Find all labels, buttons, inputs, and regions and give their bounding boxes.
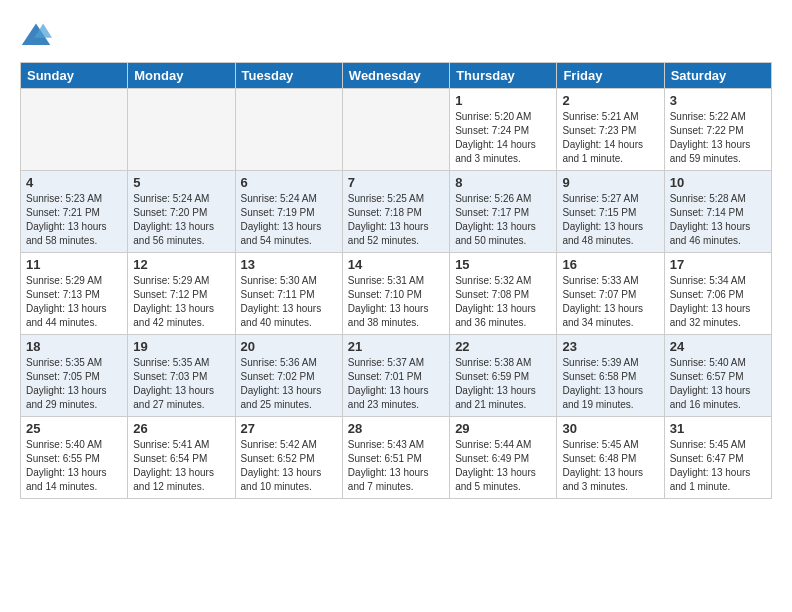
calendar-day-cell: 8Sunrise: 5:26 AM Sunset: 7:17 PM Daylig…	[450, 171, 557, 253]
calendar-day-cell: 15Sunrise: 5:32 AM Sunset: 7:08 PM Dayli…	[450, 253, 557, 335]
calendar-week-row: 4Sunrise: 5:23 AM Sunset: 7:21 PM Daylig…	[21, 171, 772, 253]
day-info: Sunrise: 5:22 AM Sunset: 7:22 PM Dayligh…	[670, 110, 766, 166]
day-info: Sunrise: 5:21 AM Sunset: 7:23 PM Dayligh…	[562, 110, 658, 166]
calendar-day-cell: 17Sunrise: 5:34 AM Sunset: 7:06 PM Dayli…	[664, 253, 771, 335]
day-info: Sunrise: 5:42 AM Sunset: 6:52 PM Dayligh…	[241, 438, 337, 494]
day-number: 14	[348, 257, 444, 272]
weekday-header: Saturday	[664, 63, 771, 89]
calendar-day-cell: 29Sunrise: 5:44 AM Sunset: 6:49 PM Dayli…	[450, 417, 557, 499]
day-info: Sunrise: 5:40 AM Sunset: 6:57 PM Dayligh…	[670, 356, 766, 412]
day-number: 18	[26, 339, 122, 354]
day-number: 22	[455, 339, 551, 354]
calendar-day-cell: 23Sunrise: 5:39 AM Sunset: 6:58 PM Dayli…	[557, 335, 664, 417]
calendar-week-row: 18Sunrise: 5:35 AM Sunset: 7:05 PM Dayli…	[21, 335, 772, 417]
calendar-day-cell: 16Sunrise: 5:33 AM Sunset: 7:07 PM Dayli…	[557, 253, 664, 335]
day-info: Sunrise: 5:45 AM Sunset: 6:47 PM Dayligh…	[670, 438, 766, 494]
calendar-day-cell: 11Sunrise: 5:29 AM Sunset: 7:13 PM Dayli…	[21, 253, 128, 335]
day-info: Sunrise: 5:25 AM Sunset: 7:18 PM Dayligh…	[348, 192, 444, 248]
day-info: Sunrise: 5:24 AM Sunset: 7:19 PM Dayligh…	[241, 192, 337, 248]
day-info: Sunrise: 5:39 AM Sunset: 6:58 PM Dayligh…	[562, 356, 658, 412]
calendar-day-cell: 31Sunrise: 5:45 AM Sunset: 6:47 PM Dayli…	[664, 417, 771, 499]
page: SundayMondayTuesdayWednesdayThursdayFrid…	[0, 0, 792, 509]
weekday-header: Friday	[557, 63, 664, 89]
calendar-day-cell: 7Sunrise: 5:25 AM Sunset: 7:18 PM Daylig…	[342, 171, 449, 253]
day-info: Sunrise: 5:26 AM Sunset: 7:17 PM Dayligh…	[455, 192, 551, 248]
day-info: Sunrise: 5:24 AM Sunset: 7:20 PM Dayligh…	[133, 192, 229, 248]
day-info: Sunrise: 5:37 AM Sunset: 7:01 PM Dayligh…	[348, 356, 444, 412]
day-info: Sunrise: 5:40 AM Sunset: 6:55 PM Dayligh…	[26, 438, 122, 494]
day-number: 15	[455, 257, 551, 272]
weekday-header: Monday	[128, 63, 235, 89]
day-number: 4	[26, 175, 122, 190]
day-number: 28	[348, 421, 444, 436]
day-number: 5	[133, 175, 229, 190]
logo-icon	[20, 20, 52, 52]
calendar-day-cell: 6Sunrise: 5:24 AM Sunset: 7:19 PM Daylig…	[235, 171, 342, 253]
calendar-week-row: 1Sunrise: 5:20 AM Sunset: 7:24 PM Daylig…	[21, 89, 772, 171]
day-number: 9	[562, 175, 658, 190]
calendar-day-cell: 3Sunrise: 5:22 AM Sunset: 7:22 PM Daylig…	[664, 89, 771, 171]
calendar-day-cell: 13Sunrise: 5:30 AM Sunset: 7:11 PM Dayli…	[235, 253, 342, 335]
day-info: Sunrise: 5:38 AM Sunset: 6:59 PM Dayligh…	[455, 356, 551, 412]
calendar-week-row: 25Sunrise: 5:40 AM Sunset: 6:55 PM Dayli…	[21, 417, 772, 499]
day-info: Sunrise: 5:29 AM Sunset: 7:13 PM Dayligh…	[26, 274, 122, 330]
calendar-day-cell	[21, 89, 128, 171]
header	[20, 20, 772, 52]
calendar-day-cell: 10Sunrise: 5:28 AM Sunset: 7:14 PM Dayli…	[664, 171, 771, 253]
day-info: Sunrise: 5:43 AM Sunset: 6:51 PM Dayligh…	[348, 438, 444, 494]
day-info: Sunrise: 5:28 AM Sunset: 7:14 PM Dayligh…	[670, 192, 766, 248]
calendar-day-cell: 22Sunrise: 5:38 AM Sunset: 6:59 PM Dayli…	[450, 335, 557, 417]
day-number: 30	[562, 421, 658, 436]
day-number: 25	[26, 421, 122, 436]
calendar-day-cell: 30Sunrise: 5:45 AM Sunset: 6:48 PM Dayli…	[557, 417, 664, 499]
day-info: Sunrise: 5:30 AM Sunset: 7:11 PM Dayligh…	[241, 274, 337, 330]
calendar-day-cell: 2Sunrise: 5:21 AM Sunset: 7:23 PM Daylig…	[557, 89, 664, 171]
calendar-day-cell	[128, 89, 235, 171]
day-number: 12	[133, 257, 229, 272]
day-number: 26	[133, 421, 229, 436]
day-number: 17	[670, 257, 766, 272]
calendar-day-cell: 27Sunrise: 5:42 AM Sunset: 6:52 PM Dayli…	[235, 417, 342, 499]
calendar-week-row: 11Sunrise: 5:29 AM Sunset: 7:13 PM Dayli…	[21, 253, 772, 335]
weekday-header: Tuesday	[235, 63, 342, 89]
calendar-day-cell: 28Sunrise: 5:43 AM Sunset: 6:51 PM Dayli…	[342, 417, 449, 499]
day-info: Sunrise: 5:36 AM Sunset: 7:02 PM Dayligh…	[241, 356, 337, 412]
day-number: 16	[562, 257, 658, 272]
day-info: Sunrise: 5:41 AM Sunset: 6:54 PM Dayligh…	[133, 438, 229, 494]
calendar-day-cell	[235, 89, 342, 171]
day-number: 2	[562, 93, 658, 108]
calendar-day-cell: 25Sunrise: 5:40 AM Sunset: 6:55 PM Dayli…	[21, 417, 128, 499]
calendar-day-cell: 20Sunrise: 5:36 AM Sunset: 7:02 PM Dayli…	[235, 335, 342, 417]
weekday-header: Wednesday	[342, 63, 449, 89]
day-number: 8	[455, 175, 551, 190]
calendar-day-cell: 21Sunrise: 5:37 AM Sunset: 7:01 PM Dayli…	[342, 335, 449, 417]
day-number: 19	[133, 339, 229, 354]
day-number: 27	[241, 421, 337, 436]
calendar-header-row: SundayMondayTuesdayWednesdayThursdayFrid…	[21, 63, 772, 89]
day-number: 20	[241, 339, 337, 354]
calendar-day-cell	[342, 89, 449, 171]
day-number: 3	[670, 93, 766, 108]
day-number: 7	[348, 175, 444, 190]
day-info: Sunrise: 5:29 AM Sunset: 7:12 PM Dayligh…	[133, 274, 229, 330]
calendar-day-cell: 18Sunrise: 5:35 AM Sunset: 7:05 PM Dayli…	[21, 335, 128, 417]
day-info: Sunrise: 5:32 AM Sunset: 7:08 PM Dayligh…	[455, 274, 551, 330]
calendar-day-cell: 19Sunrise: 5:35 AM Sunset: 7:03 PM Dayli…	[128, 335, 235, 417]
weekday-header: Thursday	[450, 63, 557, 89]
day-number: 29	[455, 421, 551, 436]
logo	[20, 20, 56, 52]
day-info: Sunrise: 5:34 AM Sunset: 7:06 PM Dayligh…	[670, 274, 766, 330]
calendar-day-cell: 1Sunrise: 5:20 AM Sunset: 7:24 PM Daylig…	[450, 89, 557, 171]
calendar-day-cell: 12Sunrise: 5:29 AM Sunset: 7:12 PM Dayli…	[128, 253, 235, 335]
day-number: 11	[26, 257, 122, 272]
day-info: Sunrise: 5:20 AM Sunset: 7:24 PM Dayligh…	[455, 110, 551, 166]
day-info: Sunrise: 5:31 AM Sunset: 7:10 PM Dayligh…	[348, 274, 444, 330]
day-info: Sunrise: 5:44 AM Sunset: 6:49 PM Dayligh…	[455, 438, 551, 494]
day-number: 24	[670, 339, 766, 354]
day-info: Sunrise: 5:23 AM Sunset: 7:21 PM Dayligh…	[26, 192, 122, 248]
day-info: Sunrise: 5:35 AM Sunset: 7:03 PM Dayligh…	[133, 356, 229, 412]
day-info: Sunrise: 5:27 AM Sunset: 7:15 PM Dayligh…	[562, 192, 658, 248]
day-number: 6	[241, 175, 337, 190]
calendar-day-cell: 5Sunrise: 5:24 AM Sunset: 7:20 PM Daylig…	[128, 171, 235, 253]
day-number: 21	[348, 339, 444, 354]
